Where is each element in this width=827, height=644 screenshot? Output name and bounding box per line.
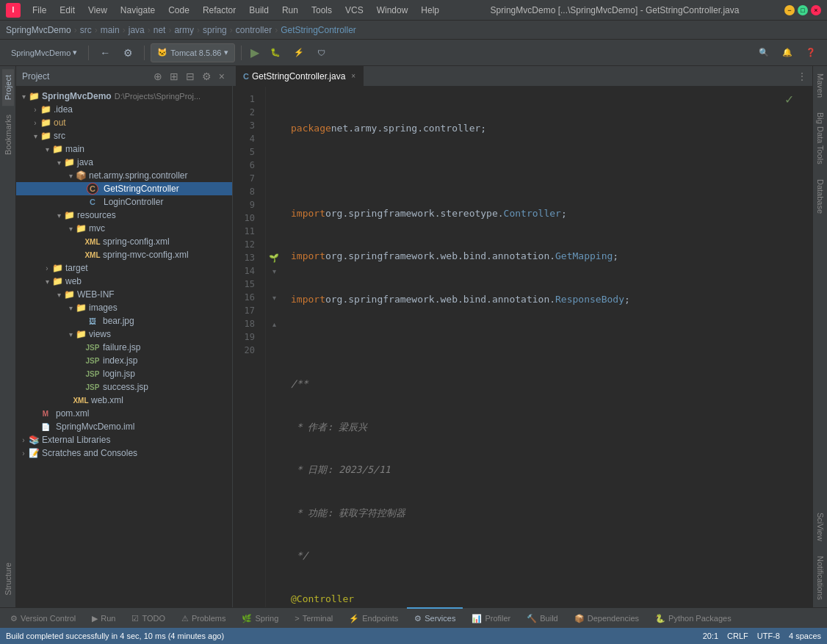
- project-selector[interactable]: SpringMvcDemo ▾: [6, 43, 82, 62]
- tree-src[interactable]: ▾ 📁 src: [16, 129, 232, 142]
- encoding[interactable]: UTF-8: [757, 632, 780, 640]
- tree-get-string-controller[interactable]: C GetStringController: [16, 182, 232, 195]
- tab-python[interactable]: 🐍 Python Packages: [648, 607, 739, 628]
- tree-pom-xml[interactable]: M pom.xml: [16, 407, 232, 420]
- tree-images[interactable]: ▾ 📁 images: [16, 301, 232, 314]
- tomcat-config[interactable]: 🐱 Tomcat 8.5.86 ▾: [151, 43, 235, 62]
- search-everywhere[interactable]: 🔍: [754, 43, 774, 62]
- settings-button[interactable]: ⚙: [201, 69, 213, 84]
- close-panel[interactable]: ×: [217, 69, 226, 84]
- tree-scratches[interactable]: › 📝 Scratches and Consoles: [16, 446, 232, 460]
- menu-navigate[interactable]: Navigate: [115, 4, 161, 17]
- menu-build[interactable]: Build: [243, 4, 275, 17]
- coverage-button[interactable]: 🛡: [312, 43, 331, 62]
- breadcrumb-main[interactable]: main: [101, 25, 120, 35]
- endpoints-label: Endpoints: [362, 614, 398, 623]
- tree-root[interactable]: ▾ 📁 SpringMvcDemo D:\Projects\SpringProj…: [16, 90, 232, 103]
- tree-resources[interactable]: ▾ 📁 resources: [16, 209, 232, 222]
- toolbar-search[interactable]: ⚙: [118, 43, 138, 62]
- menu-bar[interactable]: File Edit View Navigate Code Refactor Bu…: [26, 4, 445, 17]
- tree-idea[interactable]: › 📁 .idea: [16, 103, 232, 116]
- menu-view[interactable]: View: [82, 4, 113, 17]
- tree-main[interactable]: ▾ 📁 main: [16, 142, 232, 156]
- sidebar-tab-bookmarks[interactable]: Bookmarks: [2, 109, 14, 161]
- debug-button[interactable]: 🐛: [265, 43, 286, 62]
- tab-problems[interactable]: ⚠ Problems: [174, 607, 233, 628]
- tree-out[interactable]: › 📁 out: [16, 116, 232, 129]
- line-separator[interactable]: CRLF: [727, 632, 748, 640]
- tree-external-libs[interactable]: › 📚 External Libraries: [16, 433, 232, 446]
- right-tab-sciview[interactable]: SciView: [813, 505, 827, 549]
- menu-window[interactable]: Window: [371, 4, 414, 17]
- breadcrumb-spring[interactable]: spring: [203, 25, 227, 35]
- cursor-position[interactable]: 20:1: [703, 632, 718, 640]
- menu-help[interactable]: Help: [415, 4, 445, 17]
- breadcrumb-net[interactable]: net: [154, 25, 166, 35]
- breadcrumb-java[interactable]: java: [129, 25, 145, 35]
- window-controls[interactable]: − □ ×: [784, 5, 821, 15]
- tab-services[interactable]: ⚙ Services: [407, 607, 463, 628]
- add-button[interactable]: ⊕: [152, 69, 164, 84]
- build-on-save[interactable]: ⚡: [289, 43, 309, 62]
- tree-index-jsp[interactable]: JSP index.jsp: [16, 354, 232, 367]
- maximize-button[interactable]: □: [798, 5, 808, 15]
- tab-dependencies[interactable]: 📦 Dependencies: [567, 607, 646, 628]
- tree-success-jsp[interactable]: JSP success.jsp: [16, 380, 232, 394]
- code-editor[interactable]: package net.army.spring.controller; impo…: [282, 87, 812, 607]
- help-button[interactable]: ❓: [801, 43, 821, 62]
- minimize-button[interactable]: −: [784, 5, 795, 15]
- tree-web[interactable]: ▾ 📁 web: [16, 275, 232, 288]
- tab-terminal[interactable]: > Terminal: [287, 607, 340, 628]
- breadcrumb-controller[interactable]: controller: [236, 25, 272, 35]
- tab-todo[interactable]: ☑ TODO: [124, 607, 173, 628]
- menu-run[interactable]: Run: [276, 4, 304, 17]
- breadcrumb-project[interactable]: SpringMvcDemo: [6, 25, 71, 35]
- sidebar-tab-project[interactable]: Project: [2, 69, 14, 106]
- tree-login-controller[interactable]: C LoginController: [16, 195, 232, 209]
- right-tab-database[interactable]: Database: [813, 172, 827, 221]
- menu-edit[interactable]: Edit: [54, 4, 81, 17]
- tabs-more[interactable]: ⋮: [792, 71, 812, 82]
- tab-endpoints[interactable]: ⚡ Endpoints: [342, 607, 405, 628]
- run-button[interactable]: ▶: [248, 43, 262, 62]
- editor-tab-active[interactable]: C GetStringController.java ×: [236, 66, 364, 87]
- right-tab-bigdata[interactable]: Big Data Tools: [813, 105, 827, 172]
- breadcrumb-src[interactable]: src: [80, 25, 92, 35]
- menu-tools[interactable]: Tools: [306, 4, 338, 17]
- tab-profiler[interactable]: 📊 Profiler: [464, 607, 518, 628]
- tree-spring-config[interactable]: XML spring-config.xml: [16, 235, 232, 248]
- tree-target[interactable]: › 📁 target: [16, 261, 232, 275]
- settings-sync[interactable]: 🔔: [777, 43, 798, 62]
- locate-button[interactable]: ⊞: [168, 69, 180, 84]
- tree-web-xml[interactable]: XML web.xml: [16, 394, 232, 407]
- tab-spring[interactable]: 🌿 Spring: [234, 607, 286, 628]
- breadcrumb-class[interactable]: GetStringController: [281, 25, 356, 35]
- menu-file[interactable]: File: [26, 4, 52, 17]
- tab-close-icon[interactable]: ×: [351, 72, 355, 80]
- tab-version-control[interactable]: ⚙ Version Control: [3, 607, 83, 628]
- collapse-all[interactable]: ⊟: [184, 69, 196, 84]
- tree-spring-mvc-config[interactable]: XML spring-mvc-config.xml: [16, 248, 232, 261]
- close-button[interactable]: ×: [811, 5, 821, 15]
- menu-refactor[interactable]: Refactor: [197, 4, 242, 17]
- toolbar-nav-back[interactable]: ←: [95, 43, 115, 62]
- menu-code[interactable]: Code: [162, 4, 195, 17]
- tree-failure-jsp[interactable]: JSP failure.jsp: [16, 341, 232, 354]
- tree-login-jsp[interactable]: JSP login.jsp: [16, 367, 232, 380]
- tab-run[interactable]: ▶ Run: [84, 607, 123, 628]
- tree-iml[interactable]: 📄 SpringMvcDemo.iml: [16, 420, 232, 433]
- gutter-13[interactable]: 🌱: [266, 251, 282, 264]
- tree-views[interactable]: ▾ 📁 views: [16, 328, 232, 341]
- menu-vcs[interactable]: VCS: [339, 4, 369, 17]
- tab-build[interactable]: 🔨 Build: [519, 607, 565, 628]
- tree-package[interactable]: ▾ 📦 net.army.spring.controller: [16, 169, 232, 182]
- tree-java[interactable]: ▾ 📁 java: [16, 156, 232, 169]
- right-tab-notifications[interactable]: Notifications: [813, 549, 827, 607]
- sidebar-tab-structure[interactable]: Structure: [2, 557, 14, 601]
- tree-mvc[interactable]: ▾ 📁 mvc: [16, 222, 232, 235]
- right-tab-maven[interactable]: Maven: [813, 66, 827, 105]
- tree-bear-jpg[interactable]: 🖼 bear.jpg: [16, 314, 232, 328]
- indent-info[interactable]: 4 spaces: [789, 632, 821, 640]
- breadcrumb-army[interactable]: army: [174, 25, 194, 35]
- tree-webinf[interactable]: ▾ 📁 WEB-INF: [16, 288, 232, 301]
